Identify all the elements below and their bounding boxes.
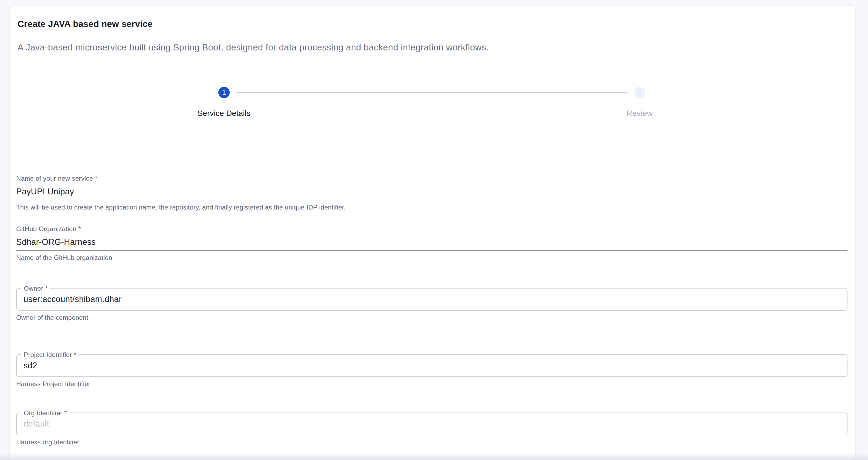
project-identifier-helper: Harness Project Identifier [16, 380, 847, 388]
owner-helper: Owner of the component [16, 314, 847, 321]
owner-input[interactable] [24, 294, 840, 304]
org-identifier-input-box: Org Identifier * [16, 413, 847, 435]
wizard-stepper: 1 Service Details 2 Review [16, 87, 847, 118]
field-github-org: GitHub Organization * Name of the GitHub… [16, 225, 847, 262]
page-title: Create JAVA based new service [16, 18, 847, 30]
step-review: 2 Review [432, 87, 847, 118]
project-identifier-input-box: Project Identifier * [16, 354, 847, 377]
project-identifier-label: Project Identifier * [21, 351, 79, 359]
field-service-name: Name of your new service * This will be … [16, 175, 847, 211]
step-service-details: 1 Service Details [16, 87, 432, 118]
owner-input-box: Owner * [16, 288, 847, 310]
org-identifier-helper: Harness org Identifier [16, 438, 847, 446]
github-org-helper: Name of the GitHub organization [16, 254, 847, 262]
step-2-label: Review [627, 108, 653, 118]
service-name-helper: This will be used to create the applicat… [16, 204, 847, 211]
service-name-label: Name of your new service * [16, 175, 847, 182]
github-org-input[interactable] [16, 233, 847, 251]
service-details-form: Name of your new service * This will be … [16, 175, 847, 446]
step-1-indicator: 1 [218, 87, 230, 98]
org-identifier-input[interactable] [24, 419, 840, 429]
service-name-input[interactable] [16, 182, 847, 200]
field-org-identifier: Org Identifier * Harness org Identifier [16, 413, 847, 446]
step-1-label: Service Details [197, 108, 250, 118]
field-owner: Owner * Owner of the component [16, 288, 847, 321]
owner-label: Owner * [21, 285, 50, 292]
org-identifier-label: Org Identifier * [21, 409, 69, 417]
step-connector-line [236, 92, 627, 93]
project-identifier-input[interactable] [24, 361, 840, 371]
page-subtitle: A Java-based microservice built using Sp… [16, 42, 847, 53]
step-2-indicator: 2 [634, 87, 645, 98]
field-project-identifier: Project Identifier * Harness Project Ide… [16, 354, 847, 388]
create-service-card: Create JAVA based new service A Java-bas… [10, 6, 855, 460]
github-org-label: GitHub Organization * [16, 225, 847, 233]
